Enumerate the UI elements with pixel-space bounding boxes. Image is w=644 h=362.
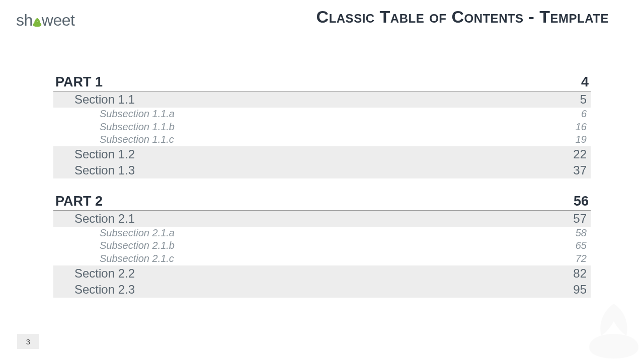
part-page: 56 — [574, 194, 589, 209]
toc-section-row: Section 1.222 — [53, 146, 591, 162]
subsection-page: 58 — [576, 227, 587, 240]
section-label: Section 1.1 — [74, 93, 135, 107]
toc-subsection-row: Subsection 1.1.a6 — [53, 108, 591, 121]
section-label: Section 2.2 — [74, 266, 135, 281]
subsection-page: 6 — [581, 108, 587, 121]
subsection-page: 16 — [576, 121, 587, 134]
section-page: 22 — [573, 147, 587, 161]
part-label: PART 1 — [55, 74, 103, 90]
section-label: Section 2.3 — [74, 283, 135, 297]
subsection-label: Subsection 1.1.a — [100, 108, 175, 121]
subsection-page: 65 — [576, 239, 587, 252]
logo-text-right: weet — [42, 11, 75, 30]
slide-number: 3 — [17, 334, 39, 349]
part-page: 4 — [581, 74, 589, 90]
watermark-icon — [579, 297, 644, 362]
page-title: Classic Table of Contents - Template — [316, 7, 609, 27]
subsection-label: Subsection 1.1.b — [100, 121, 175, 134]
toc-subsection-row: Subsection 1.1.b16 — [53, 121, 591, 134]
toc-subsection-row: Subsection 2.1.b65 — [53, 239, 591, 252]
toc-subsection-row: Subsection 2.1.a58 — [53, 227, 591, 240]
toc-section-row: Section 2.395 — [53, 282, 591, 298]
subsection-label: Subsection 1.1.c — [100, 133, 174, 146]
slide-number-text: 3 — [26, 337, 30, 346]
section-page: 5 — [580, 93, 587, 107]
section-label: Section 1.3 — [74, 163, 135, 177]
section-page: 95 — [573, 283, 587, 297]
leaf-icon — [32, 17, 43, 28]
section-label: Section 2.1 — [74, 212, 135, 226]
section-gap — [53, 178, 591, 194]
subsection-label: Subsection 2.1.a — [100, 227, 175, 240]
section-label: Section 1.2 — [74, 147, 135, 161]
toc-part-row: PART 14 — [53, 74, 591, 92]
toc-section-row: Section 1.337 — [53, 162, 591, 178]
section-page: 37 — [573, 163, 587, 177]
part-label: PART 2 — [55, 194, 103, 209]
section-page: 57 — [573, 212, 587, 226]
toc-subsection-row: Subsection 2.1.c72 — [53, 252, 591, 265]
logo: sh weet — [16, 11, 74, 30]
subsection-label: Subsection 2.1.b — [100, 239, 175, 252]
subsection-label: Subsection 2.1.c — [100, 252, 174, 265]
toc-subsection-row: Subsection 1.1.c19 — [53, 133, 591, 146]
subsection-page: 19 — [576, 133, 587, 146]
logo-text-left: sh — [16, 11, 33, 30]
table-of-contents: PART 14Section 1.15Subsection 1.1.a6Subs… — [53, 74, 591, 298]
subsection-page: 72 — [576, 252, 587, 265]
toc-section-row: Section 2.282 — [53, 265, 591, 282]
toc-part-row: PART 256 — [53, 194, 591, 211]
section-page: 82 — [573, 266, 587, 281]
toc-section-row: Section 2.157 — [53, 211, 591, 227]
toc-section-row: Section 1.15 — [53, 92, 591, 108]
